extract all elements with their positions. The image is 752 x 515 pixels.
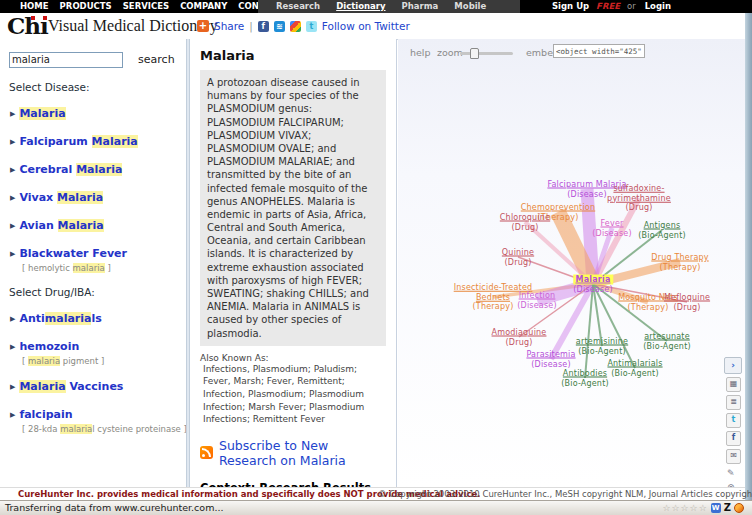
- sidebar-item-falcipain[interactable]: ▶falcipain: [10, 403, 186, 422]
- twitter-bird-icon[interactable]: t: [306, 21, 317, 32]
- sidebar-link[interactable]: Cerebral Malaria: [19, 163, 122, 176]
- window-border: [745, 13, 752, 500]
- nav-center-group: ResearchDictionaryPharmaMobile: [258, 0, 520, 13]
- arrow-bullet-icon: ▶: [10, 383, 15, 391]
- arrow-bullet-icon: ▶: [10, 250, 15, 258]
- sidebar-link[interactable]: Malaria Vaccines: [19, 380, 123, 393]
- graph-node-fever[interactable]: Fever(Disease): [592, 219, 632, 238]
- subscribe-link[interactable]: Subscribe to New Research on Malaria: [219, 438, 386, 468]
- nav-item-home[interactable]: HOME: [20, 1, 49, 11]
- email-icon[interactable]: ✉: [726, 449, 741, 464]
- nav-tab-research[interactable]: Research: [276, 1, 320, 11]
- sidebar-item-malaria-vaccines[interactable]: ▶Malaria Vaccines: [10, 375, 186, 394]
- share-button[interactable]: Share: [214, 20, 244, 32]
- sidebar-link[interactable]: Blackwater Fever: [19, 247, 127, 260]
- myspace-icon[interactable]: ≋: [274, 21, 285, 32]
- status-text: Transferring data from www.curehunter.co…: [5, 501, 223, 515]
- share-row: + Share | f ≋ t Follow on Twitter: [197, 18, 410, 34]
- logo-red-dot-icon: [43, 16, 47, 20]
- status-bar: Transferring data from www.curehunter.co…: [0, 500, 752, 515]
- rating-stars-icon[interactable]: ☆☆☆☆☆: [662, 501, 707, 515]
- nav-item-products[interactable]: PRODUCTS: [60, 1, 112, 11]
- status-icons: ☆☆☆☆☆ W Z: [662, 501, 744, 515]
- sidebar-item-cerebral-malaria[interactable]: ▶Cerebral Malaria: [10, 158, 186, 177]
- graph-node-artesunate[interactable]: artesunate(Bio-Agent): [643, 332, 691, 351]
- rss-icon[interactable]: [200, 446, 213, 459]
- follow-on-twitter-link[interactable]: Follow on Twitter: [322, 20, 410, 32]
- sidebar-item-avian-malaria[interactable]: ▶Avian Malaria: [10, 214, 186, 233]
- extension-icon[interactable]: W: [711, 503, 721, 513]
- facebook-icon[interactable]: f: [258, 21, 269, 32]
- signup-link[interactable]: Sign Up: [552, 1, 589, 11]
- site-header: Chı Visual Medical Dictionary + Share | …: [0, 13, 745, 40]
- graph-node-artemisinine[interactable]: artemisinine(Bio-Agent): [576, 337, 628, 356]
- arrow-bullet-icon: ▶: [10, 343, 15, 351]
- graph-node-chloroquine[interactable]: Chloroquine(Drug): [500, 213, 550, 232]
- sidebar-link[interactable]: falcipain: [19, 408, 72, 421]
- sidebar-subtext: [ 28-kda malarial cysteine proteinase ]: [22, 424, 186, 434]
- search-row: search: [9, 48, 186, 68]
- or-text: or: [627, 1, 636, 11]
- graph-node-antigens[interactable]: Antigens(Bio-Agent): [638, 221, 686, 240]
- login-link[interactable]: Login: [645, 1, 671, 11]
- sidebar-link[interactable]: Antimalarials: [19, 312, 101, 325]
- sidebar-item-antimalarials[interactable]: ▶Antimalarials: [10, 307, 186, 326]
- graph-node-quinine[interactable]: Quinine(Drug): [502, 248, 534, 267]
- browser-window: HOMEPRODUCTSSERVICESCOMPANYCONTACTFAQ Re…: [0, 0, 752, 515]
- sidebar-link[interactable]: Malaria: [19, 107, 65, 120]
- graph-node-amodiaquine[interactable]: Amodiaquine(Drug): [492, 328, 547, 347]
- list-icon[interactable]: ≣: [726, 395, 741, 410]
- graph-node-mefloquine[interactable]: Mefloquine(Drug): [664, 293, 710, 312]
- graph-node-malaria[interactable]: Malaria(Disease): [573, 275, 613, 294]
- pencil-icon[interactable]: ✎: [727, 468, 743, 478]
- twitter-icon[interactable]: t: [726, 413, 741, 428]
- also-known-as-label: Also Known As:: [200, 353, 386, 363]
- graph-node-infection[interactable]: Infection(Disease): [517, 291, 557, 310]
- graph-node-parasitemia[interactable]: Parasitemia(Disease): [526, 350, 575, 369]
- graph-panel: help zoom embed Falciparum Malaria(Disea…: [398, 39, 745, 487]
- graph-node-sulfadoxine-pyrimethamine[interactable]: sulfadoxine-pyrimethamine(Drug): [607, 184, 671, 213]
- arrow-bullet-icon: ▶: [10, 411, 15, 419]
- separator: |: [249, 20, 253, 32]
- article-description: A protozoan disease caused in humans by …: [200, 70, 386, 346]
- nav-right-group: Sign Up FREE or Login: [552, 0, 671, 13]
- sidebar-subtext: [ hemolytic malaria ]: [22, 263, 186, 273]
- nav-tab-pharma[interactable]: Pharma: [402, 1, 439, 11]
- sidebar-item-vivax-malaria[interactable]: ▶Vivax Malaria: [10, 186, 186, 205]
- free-badge: FREE: [596, 1, 620, 11]
- graph-side-toolbar: › ▦≣tf✉ ✎ ⊗: [724, 357, 743, 492]
- sidebar-item-hemozoin[interactable]: ▶hemozoin: [10, 335, 186, 354]
- article-column: Malaria A protozoan disease caused in hu…: [190, 39, 397, 487]
- sidebar-link[interactable]: hemozoin: [19, 340, 79, 353]
- sidebar: search Select Disease: ▶Malaria▶Falcipar…: [0, 39, 186, 487]
- nav-item-company[interactable]: COMPANY: [180, 1, 227, 11]
- sidebar-link[interactable]: Avian Malaria: [19, 219, 103, 232]
- arrow-bullet-icon: ▶: [10, 138, 15, 146]
- sidebar-item-malaria[interactable]: ▶Malaria: [10, 102, 186, 121]
- also-known-as-text: Infections, Plasmodium; Paludism; Fever,…: [203, 363, 386, 426]
- share-plus-icon[interactable]: +: [197, 20, 209, 32]
- search-input[interactable]: [9, 52, 123, 68]
- extension-z-icon[interactable]: Z: [724, 501, 731, 515]
- graph-node-antibodies[interactable]: Antibodies(Bio-Agent): [561, 369, 609, 388]
- arrow-bullet-icon: ▶: [10, 194, 15, 202]
- disease-list: ▶Malaria▶Falciparum Malaria▶Cerebral Mal…: [0, 102, 186, 273]
- google-icon[interactable]: [290, 21, 301, 32]
- sidebar-link[interactable]: Vivax Malaria: [19, 191, 103, 204]
- sidebar-item-falciparum-malaria[interactable]: ▶Falciparum Malaria: [10, 130, 186, 149]
- search-button[interactable]: search: [138, 53, 175, 66]
- sidebar-item-blackwater-fever[interactable]: ▶Blackwater Fever: [10, 242, 186, 261]
- arrow-bullet-icon: ▶: [10, 222, 15, 230]
- page-title: Visual Medical Dictionary: [48, 17, 218, 35]
- facebook-icon[interactable]: f: [726, 431, 741, 446]
- curehunter-logo[interactable]: Chı: [7, 13, 48, 38]
- nav-tab-mobile[interactable]: Mobile: [454, 1, 486, 11]
- graph-node-drug-therapy[interactable]: Drug Therapy(Therapy): [651, 253, 708, 272]
- picture-icon[interactable]: ▦: [726, 377, 741, 392]
- nav-tab-dictionary[interactable]: Dictionary: [336, 1, 385, 11]
- nav-item-services[interactable]: SERVICES: [123, 1, 169, 11]
- firefox-icon[interactable]: [734, 503, 744, 513]
- expand-panel-button[interactable]: ›: [724, 357, 742, 374]
- sidebar-link[interactable]: Falciparum Malaria: [19, 135, 137, 148]
- graph-node-antimalarials[interactable]: Antimalarials(Bio-Agent): [607, 359, 662, 378]
